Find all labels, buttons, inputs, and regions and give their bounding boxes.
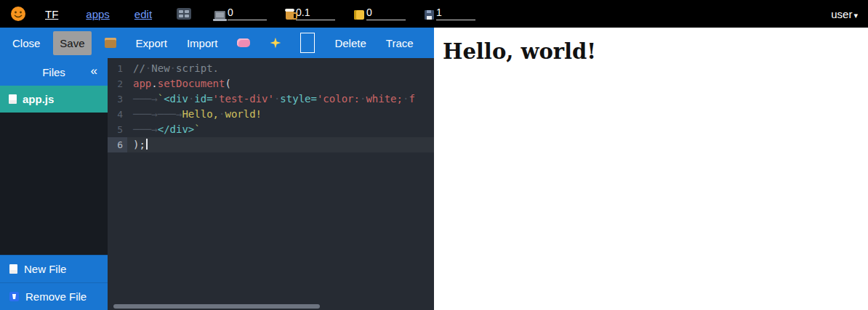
code-area: 1//·New·script.2app.setDocument(3───→`<d… bbox=[108, 61, 434, 152]
files-panel: Files « app.js New File Remove File bbox=[0, 58, 108, 310]
line-number[interactable]: 2 bbox=[108, 76, 127, 91]
user-menu-label: user bbox=[831, 8, 852, 20]
floppy-disk-icon bbox=[425, 10, 434, 20]
apps-grid-icon[interactable] bbox=[177, 8, 191, 20]
new-file-button[interactable]: New File bbox=[0, 255, 108, 282]
chevron-down-icon: ▾ bbox=[853, 11, 858, 20]
line-number[interactable]: 4 bbox=[108, 107, 127, 122]
files-panel-header: Files « bbox=[0, 58, 108, 86]
soap-button[interactable] bbox=[230, 33, 257, 53]
code-line[interactable]: 2app.setDocument( bbox=[108, 76, 434, 91]
laptop-icon bbox=[214, 11, 225, 19]
devil-smiley-icon bbox=[10, 6, 26, 22]
code-line[interactable]: 4───→───→Hello,·world! bbox=[108, 107, 434, 122]
brand-link-tf[interactable]: TF bbox=[45, 8, 58, 20]
line-number[interactable]: 3 bbox=[108, 91, 127, 107]
preview-heading: Hello, world! bbox=[443, 39, 868, 64]
code-line[interactable]: 3───→`<div·id='test-div'·style='color:·w… bbox=[108, 91, 434, 107]
export-button[interactable]: Export bbox=[129, 31, 174, 55]
import-button[interactable]: Import bbox=[180, 31, 225, 55]
preview-pane: Hello, world! bbox=[434, 28, 868, 310]
editor-toolbar: Close Save Export Import Delete Trace bbox=[0, 28, 434, 58]
code-line-content: ); bbox=[127, 137, 434, 152]
file-item-appjs[interactable]: app.js bbox=[0, 86, 108, 113]
stat-value[interactable]: 0 bbox=[366, 7, 406, 20]
new-file-label: New File bbox=[24, 263, 66, 275]
code-editor[interactable]: 1//·New·script.2app.setDocument(3───→`<d… bbox=[108, 58, 434, 310]
package-icon bbox=[105, 38, 116, 48]
file-name: app.js bbox=[23, 93, 54, 105]
code-line[interactable]: 5───→</div>` bbox=[108, 122, 434, 137]
sparkles-icon bbox=[270, 38, 281, 49]
line-number[interactable]: 5 bbox=[108, 122, 127, 137]
remove-file-button[interactable]: Remove File bbox=[0, 282, 108, 310]
floppy-stat-input[interactable]: 1 bbox=[425, 7, 475, 20]
nav-link-apps[interactable]: apps bbox=[86, 8, 110, 20]
trace-button[interactable]: Trace bbox=[379, 31, 420, 55]
nav-link-edit[interactable]: edit bbox=[134, 8, 152, 20]
devil-smiley-logo[interactable] bbox=[10, 6, 26, 22]
new-file-page-icon bbox=[9, 264, 17, 274]
code-line-content: //·New·script. bbox=[127, 61, 434, 76]
close-button[interactable]: Close bbox=[6, 31, 47, 55]
files-panel-spacer bbox=[0, 113, 108, 255]
horizontal-scrollbar-thumb[interactable] bbox=[113, 304, 320, 309]
stat-value[interactable]: 1 bbox=[436, 7, 475, 20]
remove-file-label: Remove File bbox=[25, 290, 87, 303]
litter-bin-icon bbox=[9, 292, 19, 301]
sparkles-button[interactable] bbox=[263, 32, 287, 54]
beer-stat-input[interactable]: 0.1 bbox=[286, 7, 335, 20]
stat-value[interactable]: 0 bbox=[228, 7, 267, 20]
code-line[interactable]: 1//·New·script. bbox=[108, 61, 434, 76]
delete-button[interactable]: Delete bbox=[328, 31, 372, 55]
package-button[interactable] bbox=[98, 32, 123, 54]
laptop-stat-input[interactable]: 0 bbox=[214, 7, 267, 20]
code-line-content: ───→`<div·id='test-div'·style='color:·wh… bbox=[127, 91, 434, 107]
line-number[interactable]: 6 bbox=[108, 137, 127, 152]
save-button[interactable]: Save bbox=[53, 31, 91, 55]
text-cursor bbox=[146, 139, 148, 150]
user-menu[interactable]: user▾ bbox=[831, 8, 858, 20]
file-page-icon bbox=[9, 94, 17, 104]
missing-glyph-button[interactable] bbox=[294, 27, 321, 59]
stat-value[interactable]: 0.1 bbox=[296, 7, 335, 20]
code-line-content: ───→───→Hello,·world! bbox=[127, 107, 434, 122]
coin-icon bbox=[354, 10, 364, 20]
code-line[interactable]: 6); bbox=[108, 137, 434, 152]
missing-glyph-icon bbox=[300, 33, 315, 53]
line-number[interactable]: 1 bbox=[108, 61, 127, 76]
collapse-sidebar-button[interactable]: « bbox=[91, 64, 97, 78]
code-line-content: ───→</div>` bbox=[127, 122, 434, 137]
beer-mug-icon bbox=[286, 11, 294, 20]
coin-stat-input[interactable]: 0 bbox=[354, 7, 406, 20]
top-menubar: TF apps edit 0 0.1 0 1 user▾ bbox=[0, 0, 868, 28]
soap-icon bbox=[237, 38, 250, 47]
code-line-content: app.setDocument( bbox=[127, 76, 434, 91]
